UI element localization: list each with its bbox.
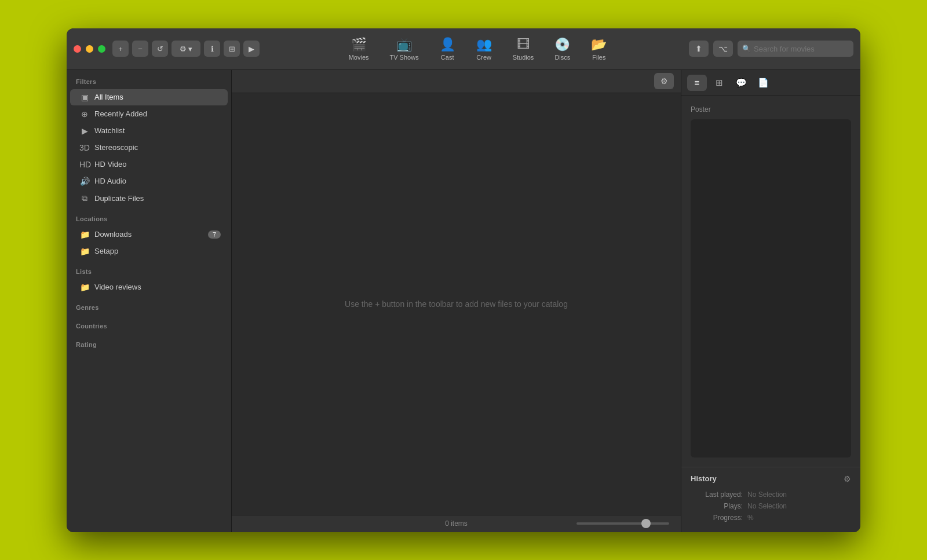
progress-value: % — [743, 514, 851, 522]
filter-icon-watchlist: ▶ — [79, 126, 90, 136]
filter-label-hd-audio: HD Audio — [94, 177, 221, 185]
settings-button[interactable]: ⚙ ▾ — [171, 41, 200, 57]
history-plays-row: Plays: No Selection — [691, 502, 851, 510]
sidebar-item-hd-video[interactable]: HD HD Video — [70, 156, 228, 173]
filter-icon-hd-audio: 🔊 — [79, 177, 90, 186]
nav-tab-movies[interactable]: 🎬 Movies — [338, 34, 379, 64]
main-area: Filters ▣ All Items ⊕ Recently Added ▶ W… — [67, 70, 860, 532]
search-input[interactable] — [738, 41, 853, 57]
nav-tab-files[interactable]: 📂 Files — [581, 34, 617, 64]
last-played-value: No Selection — [743, 491, 851, 499]
filters-header: Filters — [67, 70, 231, 89]
folder-icon-downloads: 📁 — [79, 230, 90, 239]
toolbar-right: ⬆ ⌥ 🔍 — [689, 41, 853, 57]
nav-tab-label-studios: Studios — [513, 54, 534, 61]
filter-label-all-items: All Items — [94, 93, 221, 101]
maximize-button[interactable] — [98, 45, 105, 53]
genres-header: Genres — [67, 296, 231, 314]
nav-tab-label-crew: Crew — [476, 54, 491, 61]
locations-header: Locations — [67, 207, 231, 226]
sidebar-item-all-items[interactable]: ▣ All Items — [70, 89, 228, 105]
add-button[interactable]: + — [112, 41, 129, 57]
history-progress-row: Progress: % — [691, 514, 851, 522]
nav-tab-cast[interactable]: 👤 Cast — [429, 34, 466, 64]
sidebar: Filters ▣ All Items ⊕ Recently Added ▶ W… — [67, 70, 232, 532]
play-button[interactable]: ▶ — [243, 41, 260, 57]
content-main: Use the + button in the toolbar to add n… — [232, 93, 681, 515]
folder-icon-setapp: 📁 — [79, 247, 90, 256]
title-bar: + − ↺ ⚙ ▾ ℹ ⊞ ▶ 🎬 Movies 📺 TV Shows 👤 Ca… — [67, 28, 860, 70]
scroll-thumb[interactable] — [641, 519, 651, 528]
sidebar-item-setapp[interactable]: 📁 Setapp — [70, 243, 228, 259]
item-count: 0 items — [445, 519, 468, 528]
filter-label-recently-added: Recently Added — [94, 109, 221, 118]
sidebar-item-watchlist[interactable]: ▶ Watchlist — [70, 123, 228, 139]
refresh-button[interactable]: ↺ — [152, 41, 168, 57]
plays-label: Plays: — [691, 502, 743, 510]
rating-header: Rating — [67, 333, 231, 352]
nav-tab-label-cast: Cast — [441, 54, 454, 61]
nav-tab-label-files: Files — [592, 54, 605, 61]
share-button[interactable]: ⬆ — [689, 41, 709, 57]
toolbar-left: + − ↺ ⚙ ▾ ℹ ⊞ ▶ — [112, 41, 260, 57]
nav-tab-tvshows[interactable]: 📺 TV Shows — [379, 34, 429, 64]
last-played-label: Last played: — [691, 491, 743, 499]
plays-value: No Selection — [743, 502, 851, 510]
right-panel-tabs: ≡⊞💬📄 — [681, 70, 860, 96]
nav-tab-studios[interactable]: 🎞 Studios — [502, 34, 545, 64]
nav-tab-discs[interactable]: 💿 Discs — [544, 34, 581, 64]
nav-tab-icon-files: 📂 — [591, 37, 607, 52]
scroll-bar[interactable] — [576, 522, 669, 525]
filter-icon-stereoscopic: 3D — [79, 143, 90, 152]
list-label-video-reviews: Video reviews — [94, 283, 221, 291]
close-button[interactable] — [74, 45, 81, 53]
info-button[interactable]: ℹ — [204, 41, 220, 57]
rp-tab-chat[interactable]: 💬 — [731, 75, 751, 91]
sidebar-item-duplicate-files[interactable]: ⧉ Duplicate Files — [70, 190, 228, 207]
filter-icon-all-items: ▣ — [79, 93, 90, 102]
history-section: History ⚙ Last played: No Selection Play… — [681, 467, 860, 532]
history-title: History — [691, 474, 717, 483]
badge-downloads: 7 — [208, 230, 221, 239]
poster-area — [691, 119, 851, 457]
sidebar-item-recently-added[interactable]: ⊕ Recently Added — [70, 106, 228, 122]
bottom-bar: 0 items — [232, 515, 681, 532]
sidebar-item-video-reviews[interactable]: 📁 Video reviews — [70, 279, 228, 295]
sidebar-item-downloads[interactable]: 📁 Downloads 7 — [70, 226, 228, 243]
filter-label-hd-video: HD Video — [94, 160, 221, 169]
filter-button[interactable]: ⌥ — [713, 41, 733, 57]
nav-tab-crew[interactable]: 👥 Crew — [466, 34, 502, 64]
content-area: ⚙ Use the + button in the toolbar to add… — [232, 70, 681, 532]
display-button[interactable]: ⊞ — [224, 41, 240, 57]
rp-tab-grid[interactable]: ⊞ — [709, 75, 729, 91]
right-panel: ≡⊞💬📄 Poster History ⚙ Last played: No Se… — [681, 70, 860, 532]
nav-tab-icon-crew: 👥 — [476, 37, 492, 52]
sidebar-item-stereoscopic[interactable]: 3D Stereoscopic — [70, 140, 228, 156]
minus-button[interactable]: − — [132, 41, 148, 57]
scroll-track — [576, 522, 669, 525]
lists-header: Lists — [67, 260, 231, 279]
filter-icon-hd-video: HD — [79, 160, 90, 169]
content-settings-button[interactable]: ⚙ — [654, 73, 674, 89]
traffic-lights — [74, 45, 105, 53]
nav-tab-label-discs: Discs — [554, 54, 570, 61]
filter-label-stereoscopic: Stereoscopic — [94, 143, 221, 152]
rp-tab-doc[interactable]: 📄 — [753, 75, 773, 91]
nav-tab-label-movies: Movies — [349, 54, 369, 61]
sidebar-item-hd-audio[interactable]: 🔊 HD Audio — [70, 173, 228, 189]
poster-label: Poster — [691, 105, 851, 114]
empty-message: Use the + button in the toolbar to add n… — [345, 299, 568, 309]
location-label-downloads: Downloads — [94, 230, 203, 239]
minimize-button[interactable] — [86, 45, 93, 53]
nav-tab-icon-movies: 🎬 — [351, 37, 367, 52]
rp-tab-list[interactable]: ≡ — [687, 75, 707, 91]
history-gear-icon[interactable]: ⚙ — [844, 474, 851, 484]
countries-header: Countries — [67, 314, 231, 333]
poster-section: Poster — [681, 96, 860, 467]
history-last-played-row: Last played: No Selection — [691, 491, 851, 499]
app-window: + − ↺ ⚙ ▾ ℹ ⊞ ▶ 🎬 Movies 📺 TV Shows 👤 Ca… — [67, 28, 860, 532]
list-icon-video-reviews: 📁 — [79, 283, 90, 292]
nav-tab-icon-discs: 💿 — [554, 37, 570, 52]
nav-tab-icon-studios: 🎞 — [517, 37, 530, 52]
search-wrapper: 🔍 — [738, 41, 853, 57]
